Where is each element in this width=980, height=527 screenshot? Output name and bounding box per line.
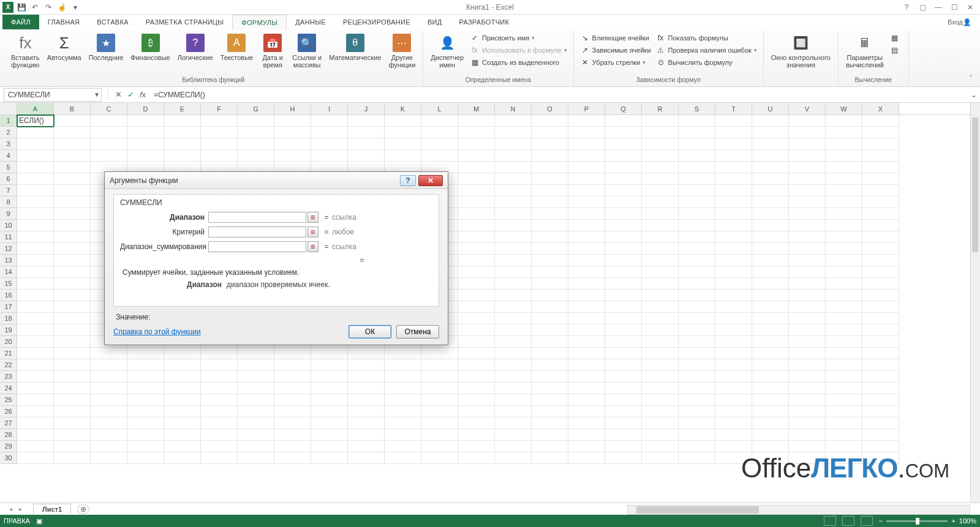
cell[interactable] xyxy=(642,313,679,324)
ribbon-button[interactable]: 🖩Параметрывычислений xyxy=(843,32,886,70)
cell[interactable] xyxy=(715,324,752,336)
cell[interactable] xyxy=(826,243,862,255)
tab-вставка[interactable]: ВСТАВКА xyxy=(88,15,137,29)
cell[interactable] xyxy=(164,383,201,394)
cell[interactable] xyxy=(274,138,311,150)
cell[interactable] xyxy=(605,348,642,359)
cell[interactable] xyxy=(605,313,642,324)
cell[interactable] xyxy=(54,278,91,290)
cell[interactable] xyxy=(715,266,752,278)
ribbon-item[interactable]: ↘Влияющие ячейки xyxy=(579,32,652,44)
cell[interactable] xyxy=(715,336,752,348)
cell[interactable] xyxy=(421,359,458,371)
column-header[interactable]: F xyxy=(201,103,238,114)
cell[interactable] xyxy=(789,162,826,173)
cell[interactable] xyxy=(238,429,274,441)
cell[interactable] xyxy=(54,383,91,394)
ribbon-item[interactable]: ▦Создать из выделенного xyxy=(469,56,568,69)
cell[interactable] xyxy=(54,429,91,441)
cell[interactable] xyxy=(642,324,679,336)
cell[interactable] xyxy=(826,150,862,162)
cell[interactable] xyxy=(789,278,826,290)
column-header[interactable]: G xyxy=(238,103,274,114)
cell[interactable] xyxy=(568,429,605,441)
cell[interactable] xyxy=(642,243,679,255)
zoom-value[interactable]: 100% xyxy=(959,517,976,525)
cell[interactable] xyxy=(826,162,862,173)
cell[interactable] xyxy=(458,348,495,359)
cell[interactable] xyxy=(642,383,679,394)
cell[interactable] xyxy=(458,138,495,150)
cell[interactable] xyxy=(752,359,789,371)
add-sheet-button[interactable]: ⊕ xyxy=(77,504,89,514)
cell[interactable] xyxy=(715,348,752,359)
cell[interactable] xyxy=(91,452,127,464)
cell[interactable] xyxy=(568,441,605,452)
cell[interactable] xyxy=(532,196,568,208)
cell[interactable] xyxy=(532,173,568,185)
cell[interactable] xyxy=(862,173,899,185)
cell[interactable] xyxy=(642,127,679,138)
cell[interactable] xyxy=(458,243,495,255)
cell[interactable] xyxy=(532,150,568,162)
cell[interactable] xyxy=(421,115,458,127)
collapse-dialog-icon[interactable]: ⊞ xyxy=(307,212,318,223)
cell[interactable] xyxy=(495,231,532,243)
row-header[interactable]: 28 xyxy=(0,429,17,441)
cell[interactable] xyxy=(715,127,752,138)
cell[interactable] xyxy=(495,359,532,371)
column-header[interactable]: J xyxy=(348,103,385,114)
ribbon-options-icon[interactable]: ▢ xyxy=(915,2,930,13)
cell[interactable] xyxy=(311,406,348,417)
horizontal-scrollbar[interactable] xyxy=(627,505,970,515)
column-header[interactable]: P xyxy=(568,103,605,114)
cell[interactable] xyxy=(679,371,715,383)
cell[interactable] xyxy=(568,301,605,313)
cell[interactable] xyxy=(532,371,568,383)
cell[interactable] xyxy=(385,429,421,441)
cell[interactable] xyxy=(679,196,715,208)
cell[interactable] xyxy=(568,127,605,138)
cell[interactable] xyxy=(311,127,348,138)
cell[interactable] xyxy=(605,301,642,313)
tab-рецензирование[interactable]: РЕЦЕНЗИРОВАНИЕ xyxy=(334,15,419,29)
cell[interactable] xyxy=(17,196,54,208)
ribbon-button[interactable]: 📅Дата ивремя xyxy=(258,32,287,70)
cell[interactable] xyxy=(164,406,201,417)
cell[interactable] xyxy=(54,150,91,162)
cell[interactable] xyxy=(789,429,826,441)
cell[interactable] xyxy=(826,429,862,441)
cell[interactable] xyxy=(679,185,715,196)
cell[interactable] xyxy=(752,290,789,301)
cell[interactable] xyxy=(127,115,164,127)
cell[interactable] xyxy=(495,127,532,138)
cell[interactable] xyxy=(495,185,532,196)
cell[interactable] xyxy=(605,406,642,417)
cell[interactable] xyxy=(532,185,568,196)
cell[interactable] xyxy=(752,313,789,324)
cell[interactable] xyxy=(17,220,54,231)
cell[interactable] xyxy=(274,359,311,371)
cell[interactable] xyxy=(495,336,532,348)
cell[interactable] xyxy=(568,313,605,324)
cell[interactable] xyxy=(348,348,385,359)
cell[interactable] xyxy=(348,383,385,394)
cell[interactable] xyxy=(458,162,495,173)
cell[interactable] xyxy=(568,231,605,243)
cell[interactable] xyxy=(238,406,274,417)
cell[interactable] xyxy=(605,208,642,220)
cell[interactable] xyxy=(385,371,421,383)
cell[interactable] xyxy=(862,243,899,255)
cell[interactable] xyxy=(532,417,568,429)
row-header[interactable]: 30 xyxy=(0,452,17,464)
cell[interactable] xyxy=(385,441,421,452)
row-header[interactable]: 22 xyxy=(0,359,17,371)
column-header[interactable]: B xyxy=(54,103,91,114)
cell[interactable] xyxy=(348,441,385,452)
cell[interactable] xyxy=(862,359,899,371)
cell[interactable] xyxy=(715,185,752,196)
cell[interactable] xyxy=(826,290,862,301)
cell[interactable] xyxy=(679,150,715,162)
cell[interactable] xyxy=(164,359,201,371)
cell[interactable] xyxy=(532,220,568,231)
